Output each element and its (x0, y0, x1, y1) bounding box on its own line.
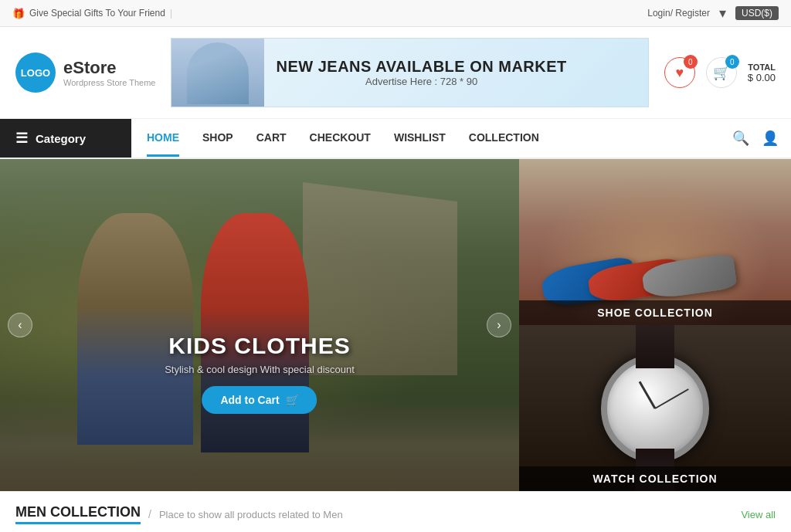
men-collection-divider: / (148, 508, 151, 520)
promo-text: Give Special Gifts To Your Friend (29, 8, 165, 19)
heart-icon: ♥ (676, 65, 684, 81)
gift-icon: 🎁 (12, 8, 25, 19)
total-amount: $ 0.00 (748, 72, 776, 83)
nav-checkout[interactable]: CHECKOUT (310, 120, 371, 157)
slider-content: KIDS CLOTHES Stylish & cool design With … (165, 333, 355, 414)
header: LOGO eStore Wordpress Store Theme NEW JE… (0, 27, 791, 119)
search-icon[interactable]: 🔍 (732, 130, 749, 147)
add-to-cart-label: Add to Cart (220, 394, 279, 406)
slider-subtitle: Stylish & cool design With special disco… (165, 364, 355, 375)
banner-headline: NEW JEANS AVAILABLE ON MARKET (276, 58, 566, 76)
logo-text: LOGO (21, 67, 50, 79)
cart-total: TOTAL $ 0.00 (748, 63, 776, 83)
cart-btn-icon: 🛒 (286, 394, 299, 406)
top-bar-left: 🎁 Give Special Gifts To Your Friend | (12, 8, 172, 19)
nav-shop[interactable]: SHOP (202, 120, 233, 157)
banner-content: NEW JEANS AVAILABLE ON MARKET Advertise … (253, 58, 566, 87)
nav-links: HOME SHOP CART CHECKOUT WISHLIST COLLECT… (131, 120, 732, 157)
top-bar-right: Login/ Register ▾ USD($) (647, 5, 779, 22)
brand-name: eStore (63, 58, 155, 78)
watch-collection-label: WATCH COLLECTION (519, 466, 791, 491)
men-collection-desc: Place to show all products related to Me… (159, 509, 343, 520)
wishlist-badge: 0 (684, 55, 698, 69)
banner-sub: Advertise Here : 728 * 90 (276, 76, 566, 87)
nav-bar: ☰ Category HOME SHOP CART CHECKOUT WISHL… (0, 119, 791, 159)
brand-info: eStore Wordpress Store Theme (63, 58, 155, 87)
total-label: TOTAL (748, 63, 776, 72)
nav-collection[interactable]: COLLECTION (469, 120, 539, 157)
hero-slider: KIDS CLOTHES Stylish & cool design With … (0, 159, 519, 491)
logo-area: LOGO eStore Wordpress Store Theme (15, 53, 155, 93)
banner-image (171, 39, 264, 107)
divider: | (170, 8, 172, 19)
chevron-down-icon: ▾ (719, 5, 726, 22)
shoe-collection-panel[interactable]: SHOE COLLECTION (519, 159, 791, 325)
cart-badge: 0 (725, 55, 739, 69)
slider-next-button[interactable]: › (487, 313, 511, 337)
watch-collection-panel[interactable]: WATCH COLLECTION (519, 325, 791, 491)
hamburger-icon: ☰ (15, 130, 28, 147)
banner[interactable]: NEW JEANS AVAILABLE ON MARKET Advertise … (171, 38, 648, 107)
category-label: Category (36, 132, 86, 145)
men-collection-title: MEN COLLECTION (15, 504, 141, 524)
tagline: Wordpress Store Theme (63, 78, 155, 87)
watch-strap-top (636, 325, 674, 368)
banner-person (187, 42, 249, 104)
top-bar: 🎁 Give Special Gifts To Your Friend | Lo… (0, 0, 791, 27)
watch-face (601, 354, 709, 463)
watch-minute-hand (655, 388, 689, 409)
main-content: KIDS CLOTHES Stylish & cool design With … (0, 159, 791, 491)
cart-button[interactable]: 🛒 0 (706, 57, 737, 88)
wishlist-button[interactable]: ♥ 0 (664, 57, 695, 88)
login-register-link[interactable]: Login/ Register (647, 8, 710, 19)
cart-area: ♥ 0 🛒 0 TOTAL $ 0.00 (664, 57, 776, 88)
men-collection-left: MEN COLLECTION / Place to show all produ… (15, 504, 343, 524)
nav-cart[interactable]: CART (256, 120, 287, 157)
slider-title: KIDS CLOTHES (165, 333, 355, 359)
watch-hour-hand (639, 381, 657, 408)
nav-wishlist[interactable]: WISHLIST (394, 120, 446, 157)
slider-background (0, 159, 519, 491)
shoe-collection-label: SHOE COLLECTION (519, 300, 791, 325)
nav-right: 🔍 👤 (732, 130, 791, 147)
logo-circle: LOGO (15, 53, 56, 93)
slider-prev-button[interactable]: ‹ (8, 313, 32, 337)
category-button[interactable]: ☰ Category (0, 119, 131, 158)
add-to-cart-button[interactable]: Add to Cart 🛒 (202, 386, 317, 414)
view-all-link[interactable]: View all (741, 509, 776, 520)
currency-selector[interactable]: USD($) (735, 6, 779, 20)
user-icon[interactable]: 👤 (762, 130, 779, 147)
side-panels: SHOE COLLECTION WATCH COLLECTION (519, 159, 791, 491)
men-collection-section: MEN COLLECTION / Place to show all produ… (0, 491, 791, 532)
nav-home[interactable]: HOME (147, 120, 179, 157)
